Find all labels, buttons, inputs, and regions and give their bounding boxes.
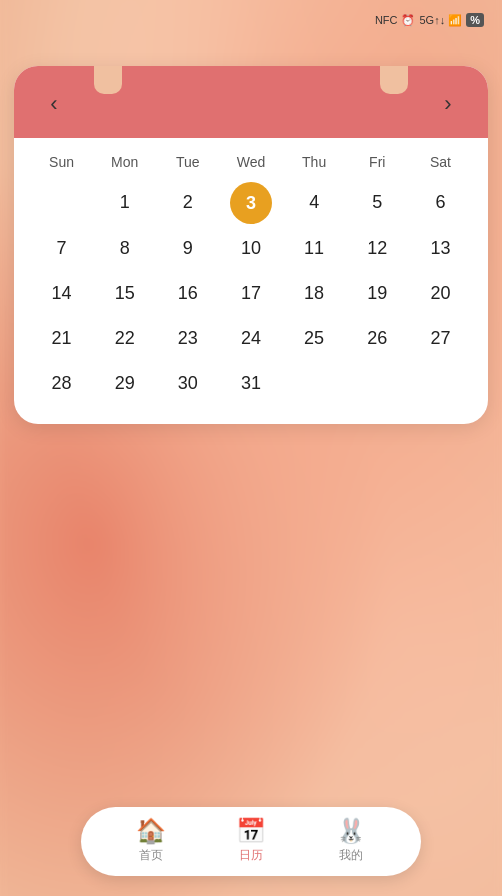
tab-icon-profile: 🐰: [336, 819, 366, 843]
day-cell[interactable]: 5: [346, 182, 409, 224]
battery-indicator: %: [466, 13, 484, 27]
tab-item-home[interactable]: 🏠首页: [116, 819, 186, 864]
tab-label-calendar: 日历: [239, 847, 263, 864]
day-cell[interactable]: 29: [93, 363, 156, 404]
card-notches: [14, 66, 488, 94]
tab-bar: 🏠首页📅日历🐰我的: [81, 807, 421, 876]
tab-icon-calendar: 📅: [236, 819, 266, 843]
day-cell[interactable]: 27: [409, 318, 472, 359]
status-bar: NFC ⏰ 5G↑↓ 📶 %: [0, 0, 502, 36]
tab-label-profile: 我的: [339, 847, 363, 864]
day-cell[interactable]: 7: [30, 228, 93, 269]
day-cell[interactable]: 16: [156, 273, 219, 314]
day-cell[interactable]: 15: [93, 273, 156, 314]
tab-icon-home: 🏠: [136, 819, 166, 843]
day-cell[interactable]: 2: [156, 182, 219, 224]
day-cell[interactable]: 11: [283, 228, 346, 269]
signal-icons: 5G↑↓ 📶: [419, 14, 462, 27]
day-header-cell: Thu: [283, 148, 346, 176]
tab-item-calendar[interactable]: 📅日历: [216, 819, 286, 864]
nfc-icon: NFC: [375, 14, 398, 26]
day-cell[interactable]: 25: [283, 318, 346, 359]
day-cell-container: 3: [219, 182, 282, 224]
day-cell-today[interactable]: 3: [230, 182, 272, 224]
day-headers: SunMonTueWedThuFriSat: [30, 148, 472, 176]
day-header-cell: Tue: [156, 148, 219, 176]
day-cell[interactable]: 17: [219, 273, 282, 314]
status-icons: NFC ⏰ 5G↑↓ 📶 %: [375, 13, 484, 27]
day-cell[interactable]: 18: [283, 273, 346, 314]
day-cell[interactable]: 21: [30, 318, 93, 359]
tab-label-home: 首页: [139, 847, 163, 864]
tab-item-profile[interactable]: 🐰我的: [316, 819, 386, 864]
day-cell[interactable]: 10: [219, 228, 282, 269]
date-header: [0, 36, 502, 66]
day-cell[interactable]: 1: [93, 182, 156, 224]
day-cell[interactable]: 14: [30, 273, 93, 314]
day-cell[interactable]: 12: [346, 228, 409, 269]
day-cell-empty: [30, 182, 93, 224]
day-cell[interactable]: 9: [156, 228, 219, 269]
day-cell[interactable]: 30: [156, 363, 219, 404]
day-cell[interactable]: 26: [346, 318, 409, 359]
day-cell[interactable]: 19: [346, 273, 409, 314]
day-cell[interactable]: 8: [93, 228, 156, 269]
day-cell[interactable]: 13: [409, 228, 472, 269]
day-header-cell: Mon: [93, 148, 156, 176]
day-header-cell: Sun: [30, 148, 93, 176]
day-header-cell: Sat: [409, 148, 472, 176]
alarm-icon: ⏰: [401, 14, 415, 27]
day-cell-empty: [409, 363, 472, 404]
day-cell[interactable]: 4: [283, 182, 346, 224]
day-cell[interactable]: 6: [409, 182, 472, 224]
day-cell[interactable]: 31: [219, 363, 282, 404]
day-header-cell: Wed: [219, 148, 282, 176]
left-notch: [94, 66, 122, 94]
day-grid: 1234567891011121314151617181920212223242…: [30, 182, 472, 404]
right-notch: [380, 66, 408, 94]
day-cell[interactable]: 20: [409, 273, 472, 314]
day-cell-empty: [346, 363, 409, 404]
calendar-body: SunMonTueWedThuFriSat 123456789101112131…: [14, 138, 488, 424]
day-cell[interactable]: 22: [93, 318, 156, 359]
day-cell[interactable]: 23: [156, 318, 219, 359]
day-header-cell: Fri: [346, 148, 409, 176]
day-cell[interactable]: 24: [219, 318, 282, 359]
day-cell[interactable]: 28: [30, 363, 93, 404]
calendar-card: ‹ › SunMonTueWedThuFriSat 12345678910111…: [14, 66, 488, 424]
day-cell-empty: [283, 363, 346, 404]
